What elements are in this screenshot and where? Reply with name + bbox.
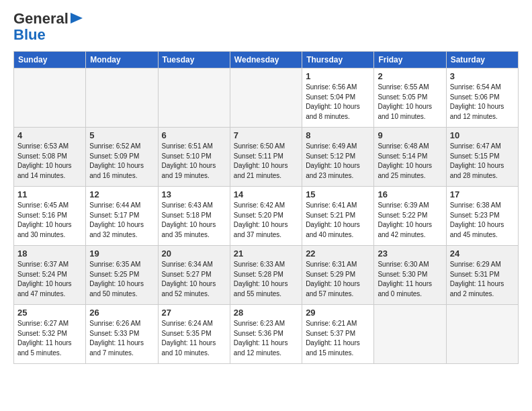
day-detail: Sunrise: 6:51 AM Sunset: 5:10 PM Dayligh… (162, 142, 226, 181)
calendar-cell: 27Sunrise: 6:24 AM Sunset: 5:35 PM Dayli… (158, 305, 230, 364)
day-number: 2 (378, 71, 442, 81)
day-number: 10 (450, 130, 515, 140)
logo-arrow-icon (71, 13, 83, 24)
calendar-cell: 6Sunrise: 6:51 AM Sunset: 5:10 PM Daylig… (158, 128, 230, 187)
day-detail: Sunrise: 6:42 AM Sunset: 5:20 PM Dayligh… (234, 201, 298, 240)
col-header-friday: Friday (374, 52, 446, 68)
day-number: 29 (306, 308, 370, 318)
calendar-cell: 4Sunrise: 6:53 AM Sunset: 5:08 PM Daylig… (14, 128, 86, 187)
calendar-cell: 1Sunrise: 6:56 AM Sunset: 5:04 PM Daylig… (302, 68, 374, 128)
day-number: 8 (306, 130, 370, 140)
calendar-cell: 22Sunrise: 6:31 AM Sunset: 5:29 PM Dayli… (302, 246, 374, 305)
logo: General Blue (13, 11, 83, 43)
calendar-cell: 11Sunrise: 6:45 AM Sunset: 5:16 PM Dayli… (14, 187, 86, 246)
calendar-cell: 5Sunrise: 6:52 AM Sunset: 5:09 PM Daylig… (86, 128, 158, 187)
day-number: 14 (234, 189, 298, 199)
col-header-sunday: Sunday (14, 52, 86, 68)
logo-blue: Blue (13, 27, 46, 43)
calendar-cell: 20Sunrise: 6:34 AM Sunset: 5:27 PM Dayli… (158, 246, 230, 305)
day-number: 20 (162, 248, 226, 259)
day-detail: Sunrise: 6:45 AM Sunset: 5:16 PM Dayligh… (17, 201, 82, 240)
day-number: 5 (89, 130, 154, 140)
day-detail: Sunrise: 6:52 AM Sunset: 5:09 PM Dayligh… (89, 142, 154, 181)
day-number: 23 (378, 248, 442, 259)
day-detail: Sunrise: 6:55 AM Sunset: 5:05 PM Dayligh… (378, 83, 442, 122)
calendar-table: SundayMondayTuesdayWednesdayThursdayFrid… (13, 51, 519, 364)
day-detail: Sunrise: 6:23 AM Sunset: 5:36 PM Dayligh… (234, 319, 298, 358)
logo-general: General (13, 11, 69, 27)
day-number: 9 (378, 130, 442, 140)
day-detail: Sunrise: 6:29 AM Sunset: 5:31 PM Dayligh… (450, 260, 515, 299)
page-container: General Blue SundayMondayTuesdayWednesda… (0, 0, 532, 375)
day-detail: Sunrise: 6:34 AM Sunset: 5:27 PM Dayligh… (162, 260, 226, 299)
day-number: 28 (234, 308, 298, 318)
calendar-week-row: 1Sunrise: 6:56 AM Sunset: 5:04 PM Daylig… (14, 68, 519, 128)
day-detail: Sunrise: 6:44 AM Sunset: 5:17 PM Dayligh… (89, 201, 154, 240)
day-number: 19 (89, 248, 154, 259)
calendar-cell: 29Sunrise: 6:21 AM Sunset: 5:37 PM Dayli… (302, 305, 374, 364)
day-number: 3 (450, 71, 515, 81)
calendar-week-row: 4Sunrise: 6:53 AM Sunset: 5:08 PM Daylig… (14, 128, 519, 187)
calendar-cell: 23Sunrise: 6:30 AM Sunset: 5:30 PM Dayli… (374, 246, 446, 305)
calendar-cell: 19Sunrise: 6:35 AM Sunset: 5:25 PM Dayli… (86, 246, 158, 305)
calendar-cell: 28Sunrise: 6:23 AM Sunset: 5:36 PM Dayli… (230, 305, 302, 364)
day-detail: Sunrise: 6:48 AM Sunset: 5:14 PM Dayligh… (378, 142, 442, 181)
day-detail: Sunrise: 6:33 AM Sunset: 5:28 PM Dayligh… (234, 260, 298, 299)
day-number: 4 (17, 130, 82, 140)
calendar-week-row: 11Sunrise: 6:45 AM Sunset: 5:16 PM Dayli… (14, 187, 519, 246)
page-header: General Blue (13, 11, 519, 43)
calendar-cell: 9Sunrise: 6:48 AM Sunset: 5:14 PM Daylig… (374, 128, 446, 187)
calendar-cell: 7Sunrise: 6:50 AM Sunset: 5:11 PM Daylig… (230, 128, 302, 187)
calendar-cell (86, 68, 158, 128)
day-detail: Sunrise: 6:54 AM Sunset: 5:06 PM Dayligh… (450, 83, 515, 122)
calendar-cell: 21Sunrise: 6:33 AM Sunset: 5:28 PM Dayli… (230, 246, 302, 305)
day-number: 26 (89, 308, 154, 318)
day-detail: Sunrise: 6:53 AM Sunset: 5:08 PM Dayligh… (17, 142, 82, 181)
calendar-cell: 10Sunrise: 6:47 AM Sunset: 5:15 PM Dayli… (446, 128, 518, 187)
col-header-wednesday: Wednesday (230, 52, 302, 68)
day-detail: Sunrise: 6:21 AM Sunset: 5:37 PM Dayligh… (306, 319, 370, 358)
day-detail: Sunrise: 6:30 AM Sunset: 5:30 PM Dayligh… (378, 260, 442, 299)
day-number: 6 (162, 130, 226, 140)
day-number: 11 (17, 189, 82, 199)
calendar-cell (446, 305, 518, 364)
calendar-cell: 16Sunrise: 6:39 AM Sunset: 5:22 PM Dayli… (374, 187, 446, 246)
day-number: 12 (89, 189, 154, 199)
day-detail: Sunrise: 6:24 AM Sunset: 5:35 PM Dayligh… (162, 319, 226, 358)
day-number: 15 (306, 189, 370, 199)
calendar-cell: 24Sunrise: 6:29 AM Sunset: 5:31 PM Dayli… (446, 246, 518, 305)
calendar-cell: 3Sunrise: 6:54 AM Sunset: 5:06 PM Daylig… (446, 68, 518, 128)
day-number: 13 (162, 189, 226, 199)
day-number: 17 (450, 189, 515, 199)
calendar-cell: 25Sunrise: 6:27 AM Sunset: 5:32 PM Dayli… (14, 305, 86, 364)
day-detail: Sunrise: 6:47 AM Sunset: 5:15 PM Dayligh… (450, 142, 515, 181)
col-header-tuesday: Tuesday (158, 52, 230, 68)
day-number: 16 (378, 189, 442, 199)
col-header-monday: Monday (86, 52, 158, 68)
calendar-cell: 17Sunrise: 6:38 AM Sunset: 5:23 PM Dayli… (446, 187, 518, 246)
day-number: 27 (162, 308, 226, 318)
col-header-saturday: Saturday (446, 52, 518, 68)
col-header-thursday: Thursday (302, 52, 374, 68)
day-detail: Sunrise: 6:49 AM Sunset: 5:12 PM Dayligh… (306, 142, 370, 181)
svg-marker-0 (71, 13, 83, 24)
calendar-cell: 14Sunrise: 6:42 AM Sunset: 5:20 PM Dayli… (230, 187, 302, 246)
calendar-cell (374, 305, 446, 364)
day-detail: Sunrise: 6:56 AM Sunset: 5:04 PM Dayligh… (306, 83, 370, 122)
calendar-week-row: 25Sunrise: 6:27 AM Sunset: 5:32 PM Dayli… (14, 305, 519, 364)
calendar-cell: 8Sunrise: 6:49 AM Sunset: 5:12 PM Daylig… (302, 128, 374, 187)
day-detail: Sunrise: 6:39 AM Sunset: 5:22 PM Dayligh… (378, 201, 442, 240)
day-detail: Sunrise: 6:27 AM Sunset: 5:32 PM Dayligh… (17, 319, 82, 358)
calendar-cell: 18Sunrise: 6:37 AM Sunset: 5:24 PM Dayli… (14, 246, 86, 305)
calendar-week-row: 18Sunrise: 6:37 AM Sunset: 5:24 PM Dayli… (14, 246, 519, 305)
day-number: 7 (234, 130, 298, 140)
day-detail: Sunrise: 6:35 AM Sunset: 5:25 PM Dayligh… (89, 260, 154, 299)
calendar-cell: 26Sunrise: 6:26 AM Sunset: 5:33 PM Dayli… (86, 305, 158, 364)
day-detail: Sunrise: 6:26 AM Sunset: 5:33 PM Dayligh… (89, 319, 154, 358)
day-detail: Sunrise: 6:38 AM Sunset: 5:23 PM Dayligh… (450, 201, 515, 240)
day-number: 21 (234, 248, 298, 259)
day-detail: Sunrise: 6:43 AM Sunset: 5:18 PM Dayligh… (162, 201, 226, 240)
day-number: 25 (17, 308, 82, 318)
calendar-cell (230, 68, 302, 128)
calendar-cell (158, 68, 230, 128)
